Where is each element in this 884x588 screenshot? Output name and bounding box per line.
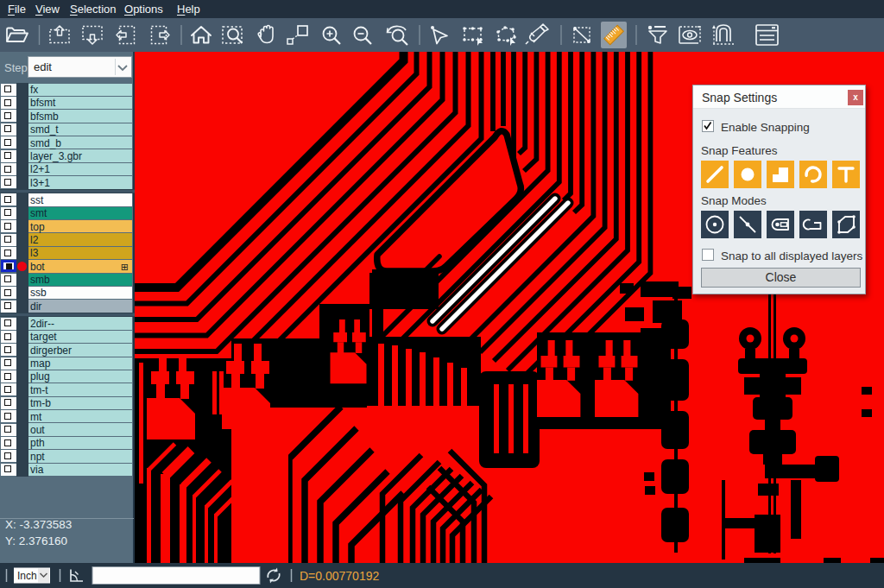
svg-text:D=0.00770192: D=0.00770192 xyxy=(300,569,379,583)
svg-text:Inch: Inch xyxy=(17,570,37,582)
